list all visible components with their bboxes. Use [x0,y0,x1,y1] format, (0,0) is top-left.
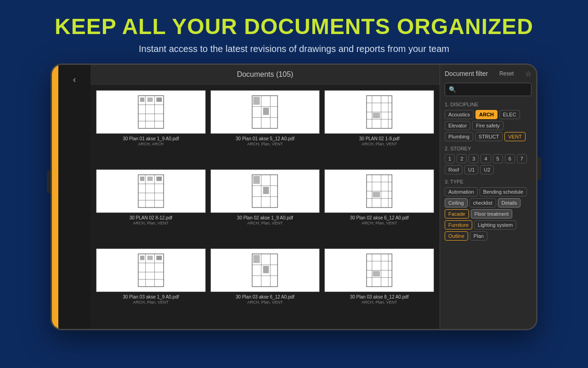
main-content-area: Documents (105) 30 Plan 01 akse 1_9 A0.p… [90,65,440,329]
doc-tags: ARCH, Plan, VENT [247,142,283,146]
filter-tag[interactable]: 4 [481,154,491,163]
doc-item[interactable]: 30 PLAN 02 1-9.pdfARCH, Plan, VENT [324,90,434,165]
filter-tag[interactable]: Facade [445,209,469,218]
filter-tag[interactable]: 6 [505,154,515,163]
back-button[interactable]: ‹ [69,70,80,88]
doc-title: 30 Plan 03 akse 6_12 A0.pdf [236,294,294,300]
filter-tag[interactable]: Plumbing [445,132,473,141]
doc-thumbnail [324,248,434,292]
doc-title: 30 Plan 01 akse 1_9 A0.pdf [123,136,179,142]
filter-tag[interactable]: Bending schedule [480,187,527,196]
doc-title: 30 PLAN 02 1-9.pdf [359,136,400,142]
doc-tags: ARCH, ARCH [138,142,164,146]
filter-tag[interactable]: VENT [504,132,525,141]
filter-tag[interactable]: Roof [445,165,463,174]
doc-thumbnail [324,169,434,213]
documents-grid: 30 Plan 01 akse 1_9 A0.pdfARCH, ARCH 30 … [90,85,440,329]
svg-rect-32 [156,177,162,181]
documents-count-title: Documents (105) [237,70,294,78]
doc-item[interactable]: 30 Plan 01 akse 1_9 A0.pdfARCH, ARCH [96,90,206,165]
filter-tag[interactable]: 1 [445,154,455,163]
svg-rect-62 [254,255,260,263]
filter-tag[interactable]: Outline [445,231,468,241]
svg-rect-7 [147,98,153,102]
discipline-tags: AcousticsARCHELECElevatorFire safetyPlum… [445,110,531,141]
doc-tags: ARCH, Plan, VENT [133,221,169,225]
filter-tag[interactable]: U1 [464,165,478,174]
doc-tags: ARCH, Plan, VENT [362,142,397,146]
doc-title: 30 Plan 03 akse 1_9 A0.pdf [123,294,179,300]
filter-tag[interactable]: Fire safety [472,121,503,130]
hero-title: KEEP ALL YOUR DOCUMENTS ORGANIZED [55,15,533,39]
type-tags: AutomationBending scheduleCeilingcheckli… [445,187,531,241]
doc-title: 30 Plan 01 akse 5_12 A0.pdf [236,136,294,142]
search-icon: 🔍 [449,86,456,93]
svg-rect-30 [140,177,144,181]
filter-tag[interactable]: Elevator [445,121,470,130]
doc-thumbnail [96,169,206,213]
doc-tags: ARCH, Plan, VENT [247,221,283,225]
svg-rect-6 [140,98,144,102]
filter-tag[interactable]: ELEC [499,110,520,119]
doc-thumbnail [96,90,206,134]
main-header: Documents (105) [90,65,440,85]
svg-rect-14 [254,97,260,104]
sidebar-nav: ‹ [58,65,90,329]
doc-tags: ARCH, Plan, VENT [362,300,397,305]
filter-title: Document filter [445,70,488,77]
discipline-section-title: 1. DISCIPLINE [445,102,531,107]
filter-tag[interactable]: Details [498,198,521,207]
hero-section: KEEP ALL YOUR DOCUMENTS ORGANIZED Instan… [45,0,543,63]
search-input[interactable] [458,86,527,92]
filter-tag[interactable]: Plan [470,231,487,241]
filter-tag[interactable]: 5 [493,154,503,163]
svg-rect-47 [373,192,380,197]
filter-tag[interactable]: 2 [457,154,467,163]
filter-tag[interactable]: Lighting system [474,220,516,230]
doc-thumbnail [324,90,434,134]
filter-tag[interactable]: Acoustics [445,110,474,119]
filter-star-button[interactable]: ☆ [525,69,531,78]
doc-title: 30 Plan 03 akse 8_12 A0.pdf [350,294,409,300]
doc-title: 30 Plan 02 akse 6_12 A0.pdf [350,215,409,221]
filter-tag[interactable]: 7 [517,154,527,163]
filter-tag[interactable]: Ceiling [445,198,468,207]
filter-tag[interactable]: Floor treatment [471,209,513,218]
doc-thumbnail [210,90,320,134]
svg-rect-63 [263,266,269,273]
doc-thumbnail [96,248,206,292]
svg-rect-38 [254,176,260,184]
doc-item[interactable]: 30 Plan 02 akse 1_9 A0.pdfARCH, Plan, VE… [210,169,320,244]
filter-tag[interactable]: checklist [469,198,496,207]
svg-rect-8 [156,98,162,102]
doc-item[interactable]: 30 Plan 01 akse 5_12 A0.pdfARCH, Plan, V… [210,90,320,165]
type-section-title: 3. TYPE [445,179,531,184]
filter-tag[interactable]: STRUCT [475,132,503,141]
storey-tags: 1234567RoofU1U2 [445,154,531,174]
doc-thumbnail [210,169,320,213]
filter-tag[interactable]: Automation [445,187,478,196]
svg-rect-23 [373,113,380,118]
hero-subtitle: Instant access to the latest revisions o… [55,44,533,54]
doc-item[interactable]: 30 Plan 03 akse 8_12 A0.pdfARCH, Plan, V… [324,248,434,323]
filter-tag[interactable]: U2 [480,165,494,174]
tablet-edge-right [537,157,541,180]
search-box[interactable]: 🔍 [445,83,531,96]
filter-tag[interactable]: Furniture [445,220,472,230]
doc-thumbnail [210,248,320,292]
doc-item[interactable]: 30 Plan 03 akse 1_9 A0.pdfARCH, Plan, VE… [96,248,206,323]
filter-reset-button[interactable]: Reset [499,70,514,77]
doc-item[interactable]: 30 Plan 03 akse 6_12 A0.pdfARCH, Plan, V… [210,248,320,323]
svg-rect-39 [263,187,269,194]
svg-rect-56 [156,256,162,260]
svg-rect-15 [263,108,269,115]
doc-title: 30 Plan 02 akse 1_9 A0.pdf [237,215,293,221]
tablet-device: ‹ Documents (105) 30 Plan 01 akse 1_9 A0… [51,63,537,330]
filter-tag[interactable]: 3 [469,154,479,163]
filter-tag[interactable]: ARCH [475,110,498,119]
doc-item[interactable]: 30 Plan 02 akse 6_12 A0.pdfARCH, Plan, V… [324,169,434,244]
svg-rect-31 [147,177,153,181]
doc-tags: ARCH, Plan, VENT [133,300,169,305]
doc-item[interactable]: 30 PLAN 02 8-12.pdfARCH, Plan, VENT [96,169,206,244]
left-bar-accent [52,65,58,329]
